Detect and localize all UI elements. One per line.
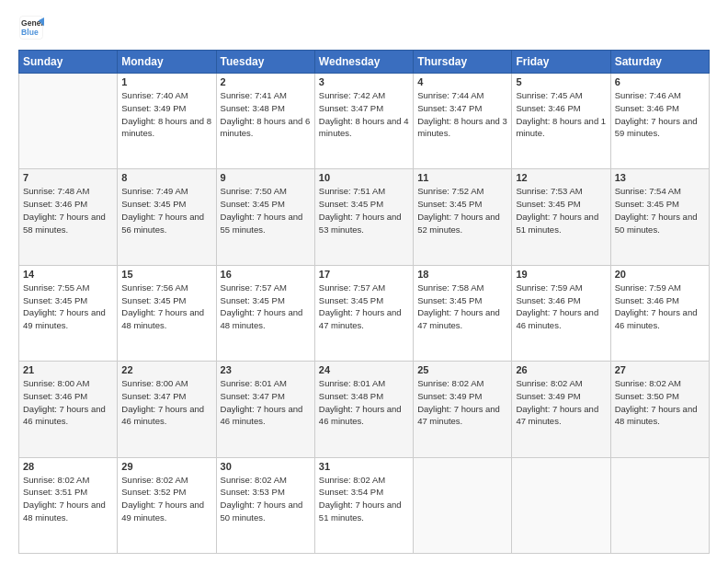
day-number: 22 bbox=[121, 364, 211, 375]
day-info: Sunrise: 7:46 AMSunset: 3:46 PMDaylight:… bbox=[615, 89, 705, 140]
day-number: 31 bbox=[319, 461, 409, 472]
sunset-label: Sunset: 3:47 PM bbox=[221, 391, 285, 401]
day-number: 25 bbox=[417, 364, 507, 375]
day-cell: 18Sunrise: 7:58 AMSunset: 3:45 PMDayligh… bbox=[414, 265, 512, 361]
sunrise-label: Sunrise: 7:52 AM bbox=[417, 186, 483, 196]
day-number: 29 bbox=[121, 461, 211, 472]
sunset-label: Sunset: 3:47 PM bbox=[121, 391, 186, 401]
day-cell: 9Sunrise: 7:50 AMSunset: 3:45 PMDaylight… bbox=[216, 169, 314, 265]
day-number: 14 bbox=[23, 269, 113, 280]
sunset-label: Sunset: 3:53 PM bbox=[221, 487, 285, 497]
sunrise-label: Sunrise: 8:02 AM bbox=[221, 475, 287, 485]
day-info: Sunrise: 7:56 AMSunset: 3:45 PMDaylight:… bbox=[121, 282, 211, 332]
sunset-label: Sunset: 3:52 PM bbox=[121, 487, 186, 497]
day-cell: 16Sunrise: 7:57 AMSunset: 3:45 PMDayligh… bbox=[216, 265, 314, 361]
sunset-label: Sunset: 3:51 PM bbox=[23, 487, 87, 497]
sunset-label: Sunset: 3:46 PM bbox=[23, 199, 87, 209]
sunrise-label: Sunrise: 8:00 AM bbox=[23, 378, 89, 388]
day-info: Sunrise: 8:02 AMSunset: 3:51 PMDaylight:… bbox=[23, 474, 113, 524]
sunrise-label: Sunrise: 7:41 AM bbox=[221, 90, 287, 100]
day-info: Sunrise: 7:59 AMSunset: 3:46 PMDaylight:… bbox=[615, 282, 705, 332]
day-cell: 10Sunrise: 7:51 AMSunset: 3:45 PMDayligh… bbox=[314, 169, 413, 265]
sunset-label: Sunset: 3:48 PM bbox=[319, 391, 383, 401]
day-info: Sunrise: 7:53 AMSunset: 3:45 PMDaylight:… bbox=[516, 185, 606, 236]
sunset-label: Sunset: 3:45 PM bbox=[121, 199, 186, 209]
sunrise-label: Sunrise: 7:50 AM bbox=[221, 186, 287, 196]
day-info: Sunrise: 7:49 AMSunset: 3:45 PMDaylight:… bbox=[121, 185, 211, 236]
day-number: 4 bbox=[417, 76, 507, 87]
day-number: 26 bbox=[516, 364, 606, 375]
day-cell: 29Sunrise: 8:02 AMSunset: 3:52 PMDayligh… bbox=[118, 457, 216, 553]
daylight-label: Daylight: 7 hours and 48 minutes. bbox=[121, 307, 204, 330]
week-row-1: 1Sunrise: 7:40 AMSunset: 3:49 PMDaylight… bbox=[19, 74, 710, 169]
daylight-label: Daylight: 7 hours and 49 minutes. bbox=[121, 500, 204, 523]
sunrise-label: Sunrise: 7:59 AM bbox=[516, 282, 582, 293]
day-cell: 23Sunrise: 8:01 AMSunset: 3:47 PMDayligh… bbox=[216, 362, 314, 457]
sunrise-label: Sunrise: 7:55 AM bbox=[23, 282, 89, 293]
daylight-label: Daylight: 7 hours and 46 minutes. bbox=[121, 404, 204, 427]
sunset-label: Sunset: 3:49 PM bbox=[516, 391, 580, 401]
day-cell: 25Sunrise: 8:02 AMSunset: 3:49 PMDayligh… bbox=[414, 362, 512, 457]
daylight-label: Daylight: 7 hours and 49 minutes. bbox=[23, 307, 106, 330]
day-cell: 19Sunrise: 7:59 AMSunset: 3:46 PMDayligh… bbox=[512, 265, 610, 361]
day-cell bbox=[414, 457, 512, 553]
day-cell: 11Sunrise: 7:52 AMSunset: 3:45 PMDayligh… bbox=[414, 169, 512, 265]
col-header-tuesday: Tuesday bbox=[216, 51, 314, 74]
day-number: 8 bbox=[121, 172, 211, 183]
sunset-label: Sunset: 3:46 PM bbox=[516, 295, 580, 305]
day-cell bbox=[19, 74, 118, 169]
daylight-label: Daylight: 8 hours and 3 minutes. bbox=[417, 116, 507, 139]
day-number: 23 bbox=[221, 364, 311, 375]
day-info: Sunrise: 7:42 AMSunset: 3:47 PMDaylight:… bbox=[319, 89, 409, 140]
daylight-label: Daylight: 7 hours and 46 minutes. bbox=[221, 404, 303, 427]
sunrise-label: Sunrise: 7:53 AM bbox=[516, 186, 582, 196]
day-number: 12 bbox=[516, 172, 606, 183]
day-number: 27 bbox=[615, 364, 705, 375]
day-number: 17 bbox=[319, 269, 409, 280]
sunset-label: Sunset: 3:45 PM bbox=[319, 199, 383, 209]
daylight-label: Daylight: 7 hours and 47 minutes. bbox=[516, 404, 598, 427]
daylight-label: Daylight: 7 hours and 46 minutes. bbox=[615, 307, 698, 330]
sunset-label: Sunset: 3:45 PM bbox=[23, 295, 87, 305]
day-info: Sunrise: 7:40 AMSunset: 3:49 PMDaylight:… bbox=[121, 89, 211, 140]
daylight-label: Daylight: 7 hours and 55 minutes. bbox=[221, 212, 303, 235]
svg-text:Blue: Blue bbox=[21, 28, 39, 37]
col-header-sunday: Sunday bbox=[19, 51, 118, 74]
sunset-label: Sunset: 3:45 PM bbox=[417, 199, 482, 209]
day-cell: 5Sunrise: 7:45 AMSunset: 3:46 PMDaylight… bbox=[512, 74, 610, 169]
week-row-4: 21Sunrise: 8:00 AMSunset: 3:46 PMDayligh… bbox=[19, 362, 710, 457]
sunrise-label: Sunrise: 7:46 AM bbox=[615, 90, 681, 100]
day-cell: 26Sunrise: 8:02 AMSunset: 3:49 PMDayligh… bbox=[512, 362, 610, 457]
daylight-label: Daylight: 7 hours and 50 minutes. bbox=[221, 500, 303, 523]
daylight-label: Daylight: 7 hours and 46 minutes. bbox=[516, 307, 598, 330]
day-cell: 13Sunrise: 7:54 AMSunset: 3:45 PMDayligh… bbox=[610, 169, 709, 265]
daylight-label: Daylight: 7 hours and 53 minutes. bbox=[319, 212, 402, 235]
day-info: Sunrise: 7:57 AMSunset: 3:45 PMDaylight:… bbox=[221, 282, 311, 332]
daylight-label: Daylight: 8 hours and 4 minutes. bbox=[319, 116, 409, 139]
col-header-saturday: Saturday bbox=[610, 51, 709, 74]
day-info: Sunrise: 8:01 AMSunset: 3:47 PMDaylight:… bbox=[221, 377, 311, 428]
daylight-label: Daylight: 7 hours and 47 minutes. bbox=[417, 404, 500, 427]
day-cell bbox=[512, 457, 610, 553]
sunrise-label: Sunrise: 7:56 AM bbox=[121, 282, 188, 293]
calendar-header-row: SundayMondayTuesdayWednesdayThursdayFrid… bbox=[19, 51, 710, 74]
daylight-label: Daylight: 7 hours and 46 minutes. bbox=[23, 404, 106, 427]
day-cell bbox=[610, 457, 709, 553]
sunrise-label: Sunrise: 7:54 AM bbox=[615, 186, 681, 196]
day-number: 7 bbox=[23, 172, 113, 183]
day-info: Sunrise: 8:00 AMSunset: 3:46 PMDaylight:… bbox=[23, 377, 113, 428]
day-number: 15 bbox=[121, 269, 211, 280]
daylight-label: Daylight: 7 hours and 50 minutes. bbox=[615, 212, 698, 235]
sunrise-label: Sunrise: 7:48 AM bbox=[23, 186, 89, 196]
week-row-2: 7Sunrise: 7:48 AMSunset: 3:46 PMDaylight… bbox=[19, 169, 710, 265]
logo: General Blue bbox=[18, 15, 50, 40]
page: General Blue SundayMondayTuesdayWednesda… bbox=[0, 0, 728, 563]
sunrise-label: Sunrise: 8:02 AM bbox=[121, 475, 188, 485]
col-header-wednesday: Wednesday bbox=[314, 51, 413, 74]
daylight-label: Daylight: 7 hours and 47 minutes. bbox=[319, 307, 402, 330]
daylight-label: Daylight: 7 hours and 47 minutes. bbox=[417, 307, 500, 330]
week-row-3: 14Sunrise: 7:55 AMSunset: 3:45 PMDayligh… bbox=[19, 265, 710, 361]
day-number: 9 bbox=[221, 172, 311, 183]
sunset-label: Sunset: 3:47 PM bbox=[417, 103, 482, 113]
day-cell: 6Sunrise: 7:46 AMSunset: 3:46 PMDaylight… bbox=[610, 74, 709, 169]
